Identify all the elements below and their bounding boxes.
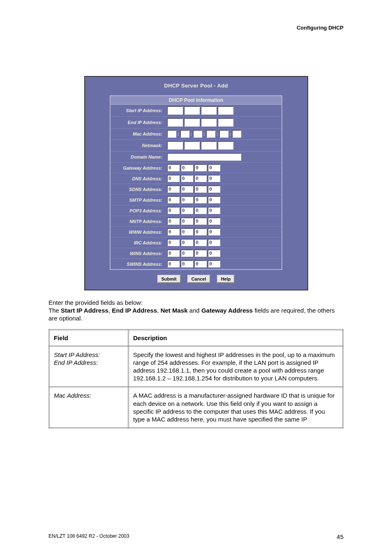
label-pop3: POP3 Address:: [111, 205, 165, 216]
wins-2[interactable]: [181, 250, 193, 257]
nntp-1[interactable]: [167, 218, 180, 225]
label-end-ip: End IP Address:: [111, 117, 165, 129]
nntp-2[interactable]: [181, 218, 193, 225]
label-gateway: Gateway Address:: [111, 163, 165, 173]
dns-1[interactable]: [167, 175, 180, 182]
label-smtp: SMTP Address:: [111, 195, 165, 205]
www-3[interactable]: [194, 228, 207, 235]
label-domain: Domain Name:: [111, 152, 165, 163]
label-sdns: SDNS Address:: [111, 184, 165, 195]
label-mac: Mac Address:: [111, 129, 165, 140]
sdns-2[interactable]: [181, 186, 193, 193]
label-nntp: NNTP Address:: [111, 216, 165, 227]
mac-1[interactable]: [167, 130, 176, 138]
pop3-3[interactable]: [194, 207, 207, 214]
footer-left: EN/LZT 108 6492 R2 - October 2003: [48, 533, 129, 539]
swins-3[interactable]: [194, 260, 207, 267]
www-2[interactable]: [181, 228, 193, 235]
wins-1[interactable]: [167, 250, 180, 257]
label-netmask: Netmask:: [111, 140, 165, 152]
mac-2[interactable]: [180, 130, 189, 138]
dns-3[interactable]: [194, 175, 207, 182]
swins-1[interactable]: [167, 260, 180, 267]
sdns-3[interactable]: [194, 186, 207, 193]
wins-3[interactable]: [194, 250, 207, 257]
field-description-table: Field Description Start IP Address: End …: [48, 329, 344, 429]
irc-1[interactable]: [167, 239, 180, 246]
label-wins: WINS Address:: [111, 248, 165, 259]
end-ip-octet-4[interactable]: [218, 118, 233, 127]
start-ip-octet-2[interactable]: [184, 106, 200, 115]
submit-button[interactable]: Submit: [157, 275, 181, 283]
start-ip-octet-3[interactable]: [201, 106, 217, 115]
smtp-2[interactable]: [181, 196, 193, 203]
netmask-3[interactable]: [201, 141, 217, 150]
label-swins: SWINS Address:: [111, 259, 165, 269]
table-row: Mac Address: A MAC address is a manufact…: [49, 387, 343, 428]
wins-4[interactable]: [208, 250, 220, 257]
irc-3[interactable]: [194, 239, 207, 246]
end-ip-octet-3[interactable]: [201, 118, 217, 127]
smtp-1[interactable]: [167, 196, 180, 203]
www-1[interactable]: [167, 228, 180, 235]
gateway-2[interactable]: [181, 164, 193, 171]
body-text: Enter the provided fields as below: The …: [48, 299, 344, 322]
netmask-1[interactable]: [167, 141, 183, 150]
irc-2[interactable]: [181, 239, 193, 246]
cell-end-ip: [165, 117, 281, 129]
table-row: Start IP Address: End IP Address: Specif…: [49, 346, 343, 387]
footer: EN/LZT 108 6492 R2 - October 2003 45: [48, 533, 344, 540]
mac-3[interactable]: [193, 130, 202, 138]
cancel-button[interactable]: Cancel: [187, 275, 210, 283]
gateway-1[interactable]: [167, 164, 180, 171]
end-ip-octet-1[interactable]: [167, 118, 183, 127]
gateway-4[interactable]: [208, 164, 220, 171]
cell-mac: :::::: [165, 129, 281, 140]
label-www: WWW Address:: [111, 227, 165, 237]
pop3-2[interactable]: [181, 207, 193, 214]
pop3-1[interactable]: [167, 207, 180, 214]
section-header: DHCP Pool Information: [111, 96, 281, 105]
page-header: Configuring DHCP: [48, 25, 344, 31]
sdns-4[interactable]: [208, 186, 220, 193]
smtp-3[interactable]: [194, 196, 207, 203]
mac-6[interactable]: [232, 130, 241, 138]
label-dns: DNS Address:: [111, 173, 165, 184]
panel-title: DHCP Server Pool - Add: [85, 77, 307, 95]
cell-start-ip: [165, 105, 281, 117]
www-4[interactable]: [208, 228, 220, 235]
end-ip-octet-2[interactable]: [184, 118, 200, 127]
mac-5[interactable]: [219, 130, 228, 138]
domain-name-input[interactable]: [167, 153, 241, 161]
label-irc: IRC Address:: [111, 237, 165, 248]
irc-4[interactable]: [208, 239, 220, 246]
dns-2[interactable]: [181, 175, 193, 182]
label-start-ip: Start IP Address:: [111, 105, 165, 117]
netmask-2[interactable]: [184, 141, 200, 150]
nntp-3[interactable]: [194, 218, 207, 225]
pop3-4[interactable]: [208, 207, 220, 214]
col-description: Description: [129, 329, 343, 346]
dns-4[interactable]: [208, 175, 220, 182]
swins-2[interactable]: [181, 260, 193, 267]
sdns-1[interactable]: [167, 186, 180, 193]
start-ip-octet-1[interactable]: [167, 106, 183, 115]
netmask-4[interactable]: [218, 141, 233, 150]
mac-4[interactable]: [206, 130, 215, 138]
col-field: Field: [49, 329, 129, 346]
dhcp-add-screenshot: DHCP Server Pool - Add DHCP Pool Informa…: [84, 76, 308, 290]
gateway-3[interactable]: [194, 164, 207, 171]
nntp-4[interactable]: [208, 218, 220, 225]
help-button[interactable]: Help: [217, 275, 235, 283]
swins-4[interactable]: [208, 260, 220, 267]
smtp-4[interactable]: [208, 196, 220, 203]
cell-netmask: [165, 140, 281, 152]
page-number: 45: [337, 533, 344, 540]
start-ip-octet-4[interactable]: [218, 106, 233, 115]
